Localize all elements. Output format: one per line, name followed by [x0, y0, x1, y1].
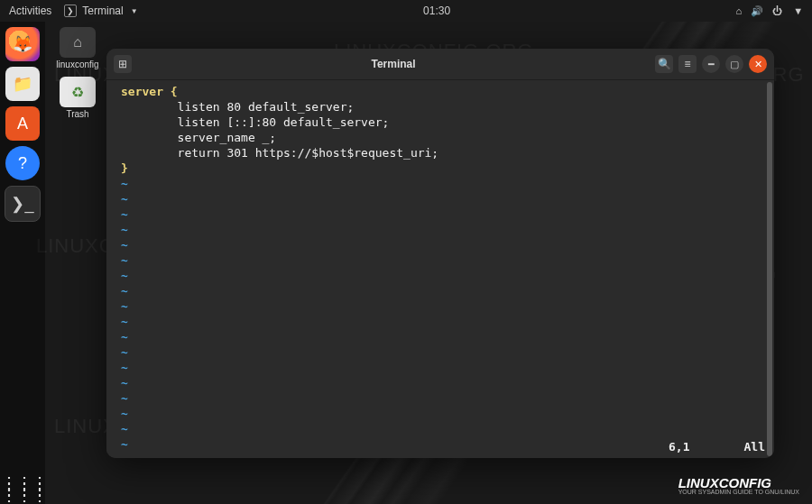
code-line: server {: [110, 84, 774, 99]
vim-empty-line: ~: [110, 252, 774, 268]
active-app-menu[interactable]: ❯ Terminal ▼: [64, 5, 137, 17]
dock-files[interactable]: 📁: [5, 67, 40, 101]
desktop-icons: ⌂ linuxconfig ♻ Trash: [54, 27, 101, 119]
home-folder-icon[interactable]: ⌂ linuxconfig: [54, 27, 101, 69]
vim-empty-line: ~: [110, 283, 774, 298]
vim-empty-line: ~: [110, 191, 774, 206]
vim-scroll-indicator: All: [744, 439, 765, 454]
dock-firefox[interactable]: 🦊: [5, 27, 40, 61]
hamburger-menu-button[interactable]: ≡: [678, 55, 697, 73]
trash-label: Trash: [66, 109, 88, 119]
vim-empty-line: ~: [110, 222, 774, 237]
search-button[interactable]: 🔍: [655, 55, 673, 73]
dock-terminal[interactable]: ❯_: [5, 186, 41, 222]
vim-empty-line: ~: [110, 298, 774, 314]
vim-status-line: 6,1 All: [117, 439, 765, 454]
code-line: listen [::]:80 default_server;: [110, 115, 774, 130]
power-icon: ⏻: [772, 5, 782, 16]
window-title: Terminal: [137, 58, 650, 70]
activities-button[interactable]: Activities: [9, 5, 51, 17]
trash-glyph-icon: ♻: [60, 77, 96, 107]
new-tab-button[interactable]: ⊞: [114, 55, 132, 73]
network-icon: ⌂: [735, 5, 742, 16]
vim-empty-line: ~: [110, 329, 774, 344]
terminal-window: ⊞ Terminal 🔍 ≡ ━ ▢ ✕ server { listen 80 …: [106, 49, 774, 458]
vim-empty-line: ~: [110, 360, 774, 375]
clock[interactable]: 01:30: [423, 5, 450, 17]
vim-empty-line: ~: [110, 344, 774, 360]
vim-empty-line: ~: [110, 206, 774, 222]
vim-empty-line: ~: [110, 176, 774, 191]
code-line: listen 80 default_server;: [110, 99, 774, 115]
dock: 🦊 📁 A ? ❯_ ⋮⋮⋮⋮⋮⋮⋮⋮⋮: [0, 22, 45, 504]
chevron-down-icon: ▼: [131, 7, 138, 15]
terminal-app-icon: ❯: [64, 5, 77, 17]
vim-empty-line: ~: [110, 375, 774, 390]
maximize-button[interactable]: ▢: [725, 55, 743, 73]
home-icon: ⌂: [60, 27, 96, 58]
scrollbar[interactable]: [767, 82, 772, 456]
home-folder-label: linuxconfig: [56, 60, 98, 69]
terminal-viewport[interactable]: server { listen 80 default_server; liste…: [106, 80, 774, 458]
close-button[interactable]: ✕: [749, 55, 767, 73]
code-line: }: [110, 160, 774, 176]
code-line: return 301 https://$host$request_uri;: [110, 145, 774, 160]
vim-empty-line: ~: [110, 406, 774, 421]
gnome-top-bar: Activities ❯ Terminal ▼ 01:30 ⌂ 🔊 ⏻ ▼: [0, 0, 812, 22]
minimize-button[interactable]: ━: [702, 55, 720, 73]
vim-cursor-position: 6,1: [669, 439, 689, 454]
vim-empty-line: ~: [110, 314, 774, 329]
show-applications-button[interactable]: ⋮⋮⋮⋮⋮⋮⋮⋮⋮: [0, 481, 46, 497]
vim-empty-line: ~: [110, 421, 774, 436]
active-app-label: Terminal: [82, 5, 123, 17]
titlebar[interactable]: ⊞ Terminal 🔍 ≡ ━ ▢ ✕: [106, 49, 774, 80]
volume-icon: 🔊: [751, 5, 763, 17]
vim-empty-line: ~: [110, 268, 774, 283]
trash-icon[interactable]: ♻ Trash: [54, 77, 101, 119]
chevron-down-icon: ▼: [793, 5, 803, 16]
nginx-keyword: server: [121, 85, 163, 98]
system-status-area[interactable]: ⌂ 🔊 ⏻ ▼: [735, 5, 803, 17]
dock-help[interactable]: ?: [5, 146, 40, 180]
dock-software[interactable]: A: [5, 106, 40, 141]
linuxconfig-brand-logo: LINUXCONFIG YOUR SYSADMIN GUIDE TO GNU/L…: [678, 475, 799, 495]
code-line: server_name _;: [110, 130, 774, 145]
vim-empty-line: ~: [110, 237, 774, 252]
vim-empty-line: ~: [110, 390, 774, 406]
